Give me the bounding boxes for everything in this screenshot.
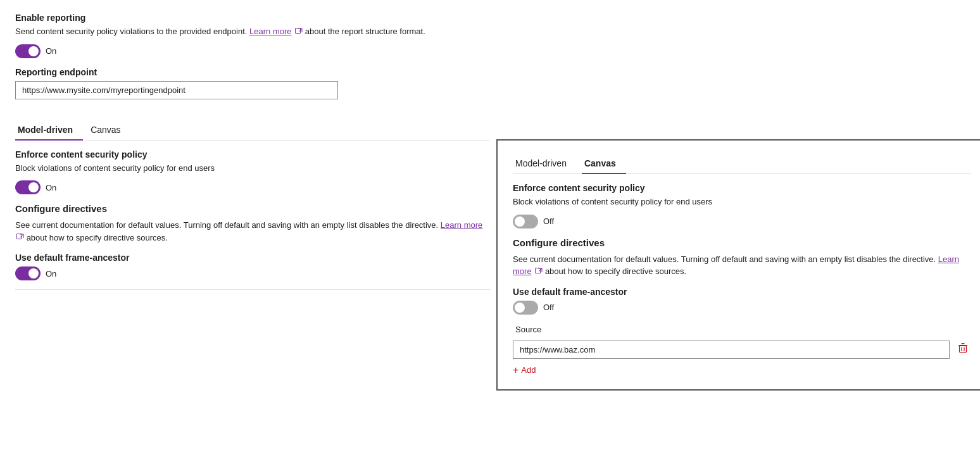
enable-reporting-toggle[interactable]	[15, 44, 41, 58]
use-default-frame-section-right: Use default frame-ancestor Off	[513, 287, 971, 315]
enforce-csp-title-right: Enforce content security policy	[513, 183, 971, 193]
use-default-frame-title-right: Use default frame-ancestor	[513, 287, 971, 297]
source-label: Source	[513, 325, 971, 334]
learn-more-link-2[interactable]: Learn more	[441, 220, 482, 230]
enforce-csp-toggle-thumb-right	[515, 216, 525, 227]
use-default-frame-toggle-container-right: Off	[513, 301, 971, 315]
left-panel-divider	[15, 289, 490, 290]
configure-directives-section-left: Configure directives See current documen…	[15, 203, 490, 244]
external-link-icon-2	[16, 234, 24, 241]
use-default-frame-toggle-right[interactable]	[513, 301, 538, 315]
use-default-frame-title-left: Use default frame-ancestor	[15, 253, 490, 263]
configure-desc-after-right: about how to specify directive sources.	[545, 266, 686, 276]
tab-canvas-left[interactable]: Canvas	[88, 120, 130, 140]
tab-model-driven-left[interactable]: Model-driven	[15, 120, 83, 140]
enforce-csp-toggle-track-left	[15, 180, 41, 194]
enforce-csp-toggle-left[interactable]	[15, 180, 41, 194]
enforce-csp-toggle-label-right: Off	[543, 216, 554, 226]
trash-icon	[957, 342, 969, 354]
delete-source-button[interactable]	[955, 341, 971, 358]
learn-more-link-1[interactable]: Learn more	[249, 27, 291, 36]
svg-rect-4	[962, 343, 965, 344]
enable-reporting-toggle-container: On	[15, 44, 965, 58]
enforce-csp-toggle-thumb-left	[28, 182, 39, 192]
left-panel: Model-driven Canvas Enforce content secu…	[15, 120, 490, 291]
configure-directives-desc-right: See current documentation for default va…	[513, 253, 971, 278]
use-default-frame-toggle-track-left	[15, 266, 41, 280]
enable-reporting-toggle-track	[15, 44, 41, 58]
enforce-csp-title-left: Enforce content security policy	[15, 149, 490, 160]
left-tabs: Model-driven Canvas	[15, 120, 490, 141]
source-row	[513, 341, 971, 359]
configure-desc-text-right: See current documentation for default va…	[513, 254, 936, 264]
enforce-csp-toggle-right[interactable]	[513, 215, 538, 228]
configure-desc-after-left: about how to specify directive sources.	[27, 233, 168, 242]
enforce-csp-desc-left: Block violations of content security pol…	[15, 162, 490, 175]
use-default-frame-toggle-container-left: On	[15, 266, 490, 280]
configure-directives-title-right: Configure directives	[513, 237, 971, 248]
enforce-csp-section-left: Enforce content security policy Block vi…	[15, 149, 490, 195]
use-default-frame-toggle-track-right	[513, 301, 538, 315]
enforce-csp-desc-right: Block violations of content security pol…	[513, 196, 971, 208]
use-default-frame-toggle-label-left: On	[46, 269, 56, 279]
reporting-endpoint-label: Reporting endpoint	[15, 67, 965, 77]
external-link-icon-3	[535, 268, 543, 275]
use-default-frame-toggle-left[interactable]	[15, 266, 41, 280]
enforce-csp-section-right: Enforce content security policy Block vi…	[513, 183, 971, 228]
reporting-endpoint-section: Reporting endpoint	[15, 67, 965, 108]
configure-directives-desc-left: See current documentation for default va…	[15, 219, 490, 244]
configure-directives-title-left: Configure directives	[15, 203, 490, 214]
source-section-right: Source + Add	[513, 325, 971, 377]
enforce-csp-toggle-label-left: On	[46, 183, 56, 192]
external-link-icon-1	[295, 28, 303, 35]
configure-desc-text-left: See current documentation for default va…	[15, 220, 438, 230]
use-default-frame-toggle-label-right: Off	[543, 303, 554, 312]
enforce-csp-toggle-container-left: On	[15, 180, 490, 194]
tab-canvas-right[interactable]: Canvas	[582, 153, 626, 173]
enable-reporting-toggle-thumb	[28, 46, 39, 56]
enforce-csp-toggle-container-right: Off	[513, 215, 971, 228]
enable-reporting-title: Enable reporting	[15, 13, 965, 23]
configure-directives-section-right: Configure directives See current documen…	[513, 237, 971, 278]
add-source-button[interactable]: + Add	[513, 364, 536, 377]
enable-reporting-desc-after: about the report structure format.	[305, 27, 425, 36]
enable-reporting-toggle-label: On	[46, 46, 56, 56]
right-panel: Model-driven Canvas Enforce content secu…	[496, 139, 980, 391]
enable-reporting-desc-text: Send content security policy violations …	[15, 27, 247, 36]
use-default-frame-toggle-thumb-right	[515, 303, 525, 313]
right-tabs: Model-driven Canvas	[513, 153, 971, 174]
enable-reporting-desc: Send content security policy violations …	[15, 25, 965, 38]
source-input[interactable]	[513, 341, 950, 359]
use-default-frame-section-left: Use default frame-ancestor On	[15, 253, 490, 280]
add-label: Add	[521, 365, 536, 375]
use-default-frame-toggle-thumb-left	[28, 268, 39, 279]
svg-rect-5	[960, 346, 967, 352]
enable-reporting-section: Enable reporting Send content security p…	[15, 13, 965, 58]
reporting-endpoint-input[interactable]	[15, 81, 338, 99]
enforce-csp-toggle-track-right	[513, 215, 538, 228]
tab-model-driven-right[interactable]: Model-driven	[513, 153, 577, 173]
add-icon: +	[513, 365, 518, 375]
